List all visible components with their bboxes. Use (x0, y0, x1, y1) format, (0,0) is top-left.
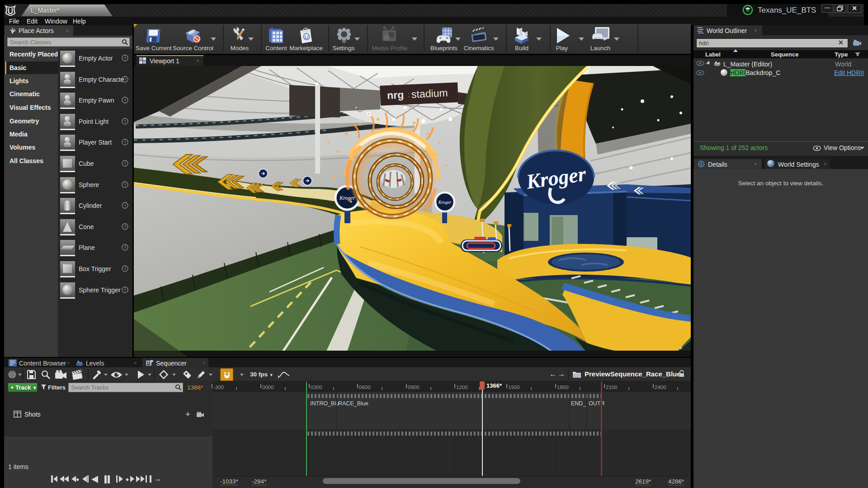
svg-text:?: ? (124, 183, 126, 187)
svg-text:?: ? (124, 77, 126, 82)
svg-text:i: i (701, 162, 702, 167)
svg-text:?: ? (124, 267, 126, 271)
svg-text:nrg: nrg (387, 89, 404, 101)
svg-text:?: ? (124, 203, 126, 208)
svg-text:?: ? (124, 56, 126, 61)
svg-text:?: ? (124, 161, 126, 166)
svg-text:?: ? (124, 288, 126, 292)
svg-text:?: ? (124, 225, 126, 229)
svg-text::: : (408, 91, 410, 99)
svg-text:?: ? (124, 245, 126, 250)
svg-text:stadium: stadium (411, 87, 448, 100)
svg-text:?: ? (124, 140, 126, 145)
svg-text:Kroger: Kroger (438, 200, 452, 205)
svg-text:?: ? (124, 119, 126, 124)
svg-text:?: ? (124, 98, 126, 103)
